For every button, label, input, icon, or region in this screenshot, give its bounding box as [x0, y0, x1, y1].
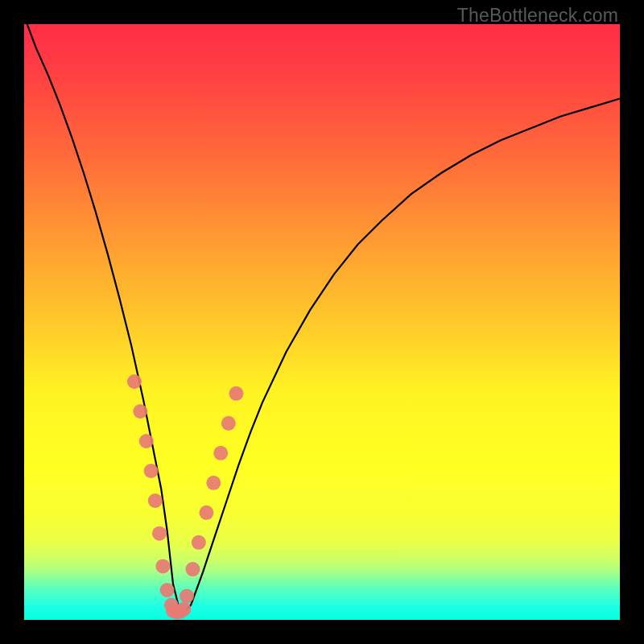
chart-frame: TheBottleneck.com: [0, 0, 644, 644]
chart-svg: [24, 24, 620, 620]
data-point: [221, 416, 236, 431]
data-point: [229, 386, 243, 401]
data-point: [176, 602, 191, 617]
data-points-right-branch: [180, 386, 243, 604]
data-point: [139, 434, 154, 448]
data-point: [155, 559, 170, 573]
data-point: [148, 493, 163, 508]
data-point: [127, 374, 142, 389]
data-point: [180, 588, 194, 603]
data-point: [144, 464, 159, 478]
data-point: [133, 404, 147, 419]
data-point: [206, 476, 221, 490]
data-points-left-branch: [127, 374, 179, 613]
plot-area: [24, 24, 620, 620]
data-point: [160, 583, 175, 597]
data-point: [192, 535, 206, 550]
watermark-text: TheBottleneck.com: [457, 5, 618, 27]
data-point: [199, 506, 213, 520]
data-point: [152, 526, 167, 541]
data-point: [213, 446, 228, 460]
data-point: [185, 562, 200, 576]
bottleneck-curve: [27, 24, 620, 611]
